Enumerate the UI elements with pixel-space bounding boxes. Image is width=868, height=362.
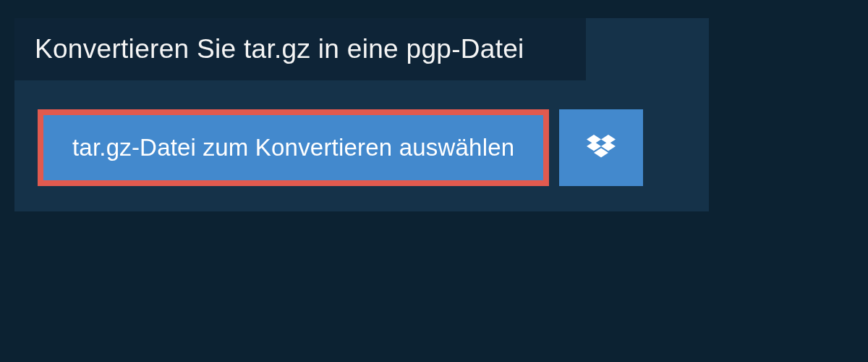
- dropbox-upload-button[interactable]: [559, 109, 643, 186]
- select-file-label: tar.gz-Datei zum Konvertieren auswählen: [72, 134, 514, 161]
- select-file-highlight-frame: tar.gz-Datei zum Konvertieren auswählen: [38, 109, 549, 186]
- title-bar: Konvertieren Sie tar.gz in eine pgp-Date…: [14, 18, 586, 80]
- converter-panel: Konvertieren Sie tar.gz in eine pgp-Date…: [14, 18, 709, 211]
- dropbox-icon: [587, 135, 616, 161]
- page-title: Konvertieren Sie tar.gz in eine pgp-Date…: [35, 34, 566, 64]
- button-row: tar.gz-Datei zum Konvertieren auswählen: [14, 80, 709, 186]
- select-file-button[interactable]: tar.gz-Datei zum Konvertieren auswählen: [43, 115, 543, 180]
